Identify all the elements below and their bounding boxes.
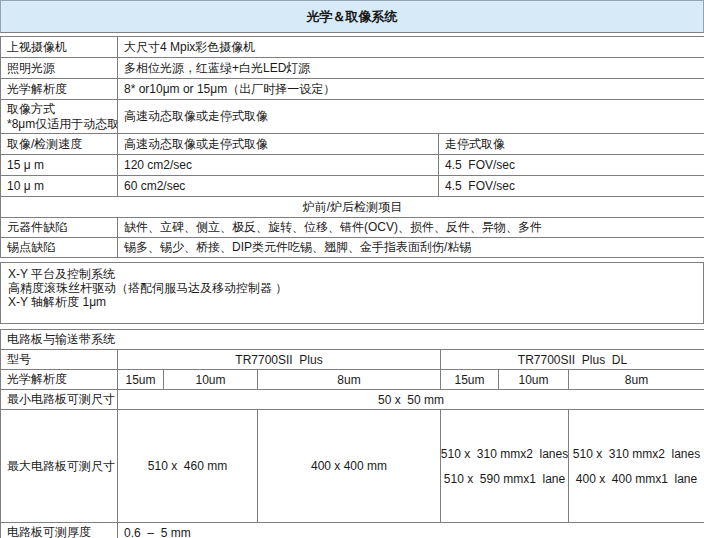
- max-size-dl-8um: 510 x 310 mmx2 lanes 400 x 400 mmx1 lane: [569, 410, 704, 523]
- light-source-label: 照明光源: [1, 58, 118, 79]
- optics-section-header: 光学＆取像系统: [0, 0, 704, 33]
- capture-mode-label-line2: *8μm仅适用于动态取像: [7, 117, 111, 132]
- optics-section-title: 光学＆取像系统: [307, 8, 398, 26]
- capture-mode-label: 取像方式*8μm仅适用于动态取像: [1, 100, 118, 134]
- model-dl-value: TR7700SII Plus DL: [441, 350, 704, 370]
- table-row: 10 μ m 60 cm2/sec 4.5 FOV/sec: [1, 176, 704, 197]
- xy-platform-line3: X-Y 轴解析度 1μm: [8, 295, 696, 309]
- max-board-size-label: 最大电路板可测尺寸: [1, 410, 118, 523]
- max-size-dl-15-10um: 510 x 310 mmx2 lanes 510 x 590 mmx1 lane: [441, 410, 569, 523]
- speed-10um-stop-value: 4.5 FOV/sec: [439, 176, 704, 197]
- speed-15um-label: 15 μ m: [1, 155, 118, 176]
- res-col-dl-8um: 8um: [569, 370, 704, 390]
- capture-mode-label-line1: 取像方式: [7, 102, 111, 117]
- speed-10um-label: 10 μ m: [1, 176, 118, 197]
- max-size-plus-8um: 400 x 400 mm: [258, 410, 441, 523]
- speed-mode-dynamic-header: 高速动态取像或走停式取像: [118, 134, 439, 155]
- capture-mode-value: 高速动态取像或走停式取像: [118, 100, 704, 134]
- optical-resolution-label: 光学解析度: [1, 79, 118, 100]
- table-row: 光学解析度 15um 10um 8um 15um 10um 8um: [1, 370, 704, 390]
- max-size-dl-8um-line2: 400 x 400 mmx1 lane: [576, 472, 697, 486]
- table-row: 上视摄像机 大尺寸4 Mpix彩色摄像机: [1, 37, 704, 58]
- speed-label: 取像/检测速度: [1, 134, 118, 155]
- board-thickness-label: 电路板可测厚度: [1, 523, 118, 538]
- light-source-value: 多相位光源，红蓝绿+白光LED灯源: [118, 58, 704, 79]
- table-row: 照明光源 多相位光源，红蓝绿+白光LED灯源: [1, 58, 704, 79]
- table-row: 锡点缺陷 锡多、锡少、桥接、DIP类元件吃锡、翘脚、金手指表面刮伤/粘锡: [1, 238, 704, 258]
- max-size-dl-15-10um-line2: 510 x 590 mmx1 lane: [444, 472, 565, 486]
- xy-platform-line1: X-Y 平台及控制系统: [8, 267, 696, 281]
- table-row: 最大电路板可测尺寸 510 x 460 mm 400 x 400 mm 510 …: [1, 410, 704, 523]
- board-section-title: 电路板与输送带系统: [1, 330, 704, 350]
- inspection-items-header: 炉前/炉后检测项目: [1, 197, 704, 218]
- xy-platform-block: X-Y 平台及控制系统 高精度滚珠丝杆驱动（搭配伺服马达及移动控制器 ） X-Y…: [0, 262, 704, 324]
- model-label: 型号: [1, 350, 118, 370]
- board-conveyor-table: 电路板与输送带系统 型号 TR7700SII Plus TR7700SII Pl…: [0, 329, 704, 538]
- camera-label: 上视摄像机: [1, 37, 118, 58]
- xy-platform-line2: 高精度滚珠丝杆驱动（搭配伺服马达及移动控制器 ）: [8, 281, 696, 295]
- res-col-plus-10um: 10um: [164, 370, 258, 390]
- res-col-dl-15um: 15um: [441, 370, 499, 390]
- max-size-dl-15-10um-line1: 510 x 310 mmx2 lanes: [441, 447, 568, 461]
- optics-spec-table: 上视摄像机 大尺寸4 Mpix彩色摄像机 照明光源 多相位光源，红蓝绿+白光LE…: [0, 36, 704, 258]
- table-row: 光学解析度 8* or10μm or 15μm（出厂时择一设定）: [1, 79, 704, 100]
- speed-10um-dynamic-value: 60 cm2/sec: [118, 176, 439, 197]
- component-defects-value: 缺件、立碑、侧立、极反、旋转、位移、错件(OCV)、损件、反件、异物、多件: [118, 218, 704, 238]
- component-defects-label: 元器件缺陷: [1, 218, 118, 238]
- min-board-size-label: 最小电路板可测尺寸: [1, 390, 118, 410]
- board-resolution-label: 光学解析度: [1, 370, 118, 390]
- table-row: 15 μ m 120 cm2/sec 4.5 FOV/sec: [1, 155, 704, 176]
- table-row: 元器件缺陷 缺件、立碑、侧立、极反、旋转、位移、错件(OCV)、损件、反件、异物…: [1, 218, 704, 238]
- max-size-plus-15-10um: 510 x 460 mm: [118, 410, 258, 523]
- optical-resolution-value: 8* or10μm or 15μm（出厂时择一设定）: [118, 79, 704, 100]
- table-row: 取像方式*8μm仅适用于动态取像 高速动态取像或走停式取像: [1, 100, 704, 134]
- table-row: 电路板与输送带系统: [1, 330, 704, 350]
- res-col-dl-10um: 10um: [499, 370, 569, 390]
- table-row: 取像/检测速度 高速动态取像或走停式取像 走停式取像: [1, 134, 704, 155]
- board-thickness-value: 0.6 – 5 mm: [118, 523, 704, 538]
- max-size-dl-8um-line1: 510 x 310 mmx2 lanes: [573, 447, 700, 461]
- res-col-plus-15um: 15um: [118, 370, 164, 390]
- model-plus-value: TR7700SII Plus: [118, 350, 441, 370]
- table-row: 电路板可测厚度 0.6 – 5 mm: [1, 523, 704, 538]
- res-col-plus-8um: 8um: [258, 370, 441, 390]
- speed-15um-stop-value: 4.5 FOV/sec: [439, 155, 704, 176]
- speed-15um-dynamic-value: 120 cm2/sec: [118, 155, 439, 176]
- table-row: 炉前/炉后检测项目: [1, 197, 704, 218]
- min-board-size-value: 50 x 50 mm: [118, 390, 704, 410]
- table-row: 最小电路板可测尺寸 50 x 50 mm: [1, 390, 704, 410]
- solder-defects-value: 锡多、锡少、桥接、DIP类元件吃锡、翘脚、金手指表面刮伤/粘锡: [118, 238, 704, 258]
- table-row: 型号 TR7700SII Plus TR7700SII Plus DL: [1, 350, 704, 370]
- camera-value: 大尺寸4 Mpix彩色摄像机: [118, 37, 704, 58]
- solder-defects-label: 锡点缺陷: [1, 238, 118, 258]
- speed-mode-stop-header: 走停式取像: [439, 134, 704, 155]
